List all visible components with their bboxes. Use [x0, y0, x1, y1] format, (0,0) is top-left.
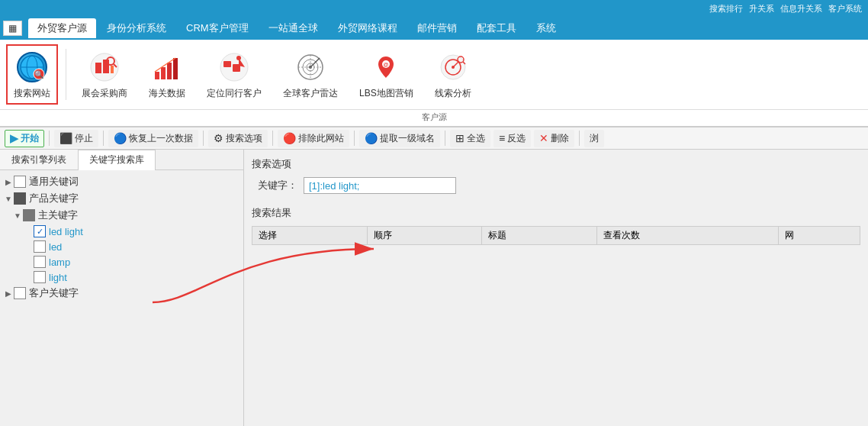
svg-rect-7 [103, 60, 109, 73]
ribbon-search-website-label: 搜索网站 [14, 87, 50, 100]
keyword-field-row: 关键字： [252, 177, 860, 194]
exclude-button[interactable]: 🔴 排除此网站 [278, 130, 349, 147]
exclude-label: 排除此网站 [298, 132, 344, 145]
toolbar-div-4 [272, 131, 273, 146]
tree-item-general[interactable]: ▶ 通用关键词 [0, 173, 243, 190]
top-bar-link-1[interactable]: 搜索排行 [709, 3, 743, 15]
ribbon-search-website[interactable]: 🔍 搜索网站 [6, 44, 58, 105]
results-table: 选择 顺序 标题 查看次数 网 [252, 226, 860, 245]
tab-system[interactable]: 系统 [527, 18, 565, 38]
toolbar: ▶ 开始 ⬛ 停止 🔵 恢复上一次数据 ⚙ 搜索选项 🔴 排除此网站 🔵 提取一… [0, 127, 868, 150]
tab-crm[interactable]: CRM客户管理 [177, 18, 258, 38]
tree-checkbox-customer[interactable] [14, 287, 26, 299]
top-bar-link-2[interactable]: 升关系 [749, 3, 774, 15]
svg-rect-12 [161, 67, 166, 79]
analysis-icon [435, 49, 471, 86]
inverse-button[interactable]: ≡ 反选 [493, 130, 531, 147]
ribbon-analysis[interactable]: 线索分析 [427, 44, 479, 105]
col-order: 顺序 [367, 227, 482, 245]
top-bar-link-3[interactable]: 信息升关系 [780, 3, 822, 15]
tree-arrow-main: ▼ [12, 211, 23, 220]
ribbon-exhibition[interactable]: 展会采购商 [74, 44, 135, 105]
tab-tools[interactable]: 配套工具 [468, 18, 526, 38]
search-options-label: 搜索选项 [226, 132, 262, 145]
search-results-section: 搜索结果 选择 顺序 标题 查看次数 网 [252, 206, 860, 245]
tree-item-main[interactable]: ▼ 主关键字 [0, 207, 243, 224]
col-select: 选择 [252, 227, 368, 245]
extract-button[interactable]: 🔵 提取一级域名 [359, 130, 440, 147]
col-net: 网 [779, 227, 860, 245]
tree-checkbox-lamp[interactable] [34, 256, 46, 268]
tree-label-lamp: lamp [49, 257, 70, 268]
tree-label-customer: 客户关键字 [29, 286, 79, 300]
tree-item-product[interactable]: ▼ 产品关键字 [0, 190, 243, 207]
col-title: 标题 [482, 227, 597, 245]
svg-point-19 [236, 56, 241, 60]
tree-item-led-light[interactable]: ✓ led light [0, 224, 243, 239]
restore-button[interactable]: 🔵 恢复上一次数据 [108, 130, 198, 147]
stop-icon: ⬛ [59, 132, 72, 144]
toolbar-div-5 [354, 131, 355, 146]
customs-icon [149, 49, 185, 86]
tree-checkbox-light[interactable] [34, 271, 46, 283]
grid-button[interactable]: ▦ [3, 21, 22, 36]
select-all-button[interactable]: ⊞ 全选 [450, 130, 490, 147]
tree-item-customer[interactable]: ▶ 客户关键字 [0, 285, 243, 302]
inverse-label: 反选 [507, 132, 526, 145]
delete-icon: ✕ [539, 132, 548, 144]
keyword-field-label: 关键字： [252, 179, 297, 192]
ribbon-locate[interactable]: 定位同行客户 [199, 44, 269, 105]
ribbon-locate-label: 定位同行客户 [207, 87, 262, 100]
ribbon-radar[interactable]: 全球客户雷达 [275, 44, 346, 105]
svg-rect-11 [155, 72, 159, 79]
tab-course[interactable]: 外贸网络课程 [329, 18, 407, 38]
ribbon-group-label: 客户源 [0, 109, 868, 126]
ribbon-lbs[interactable]: @ LBS地图营销 [352, 44, 421, 105]
search-options-section: 搜索选项 关键字： [252, 157, 860, 194]
tab-waomao[interactable]: 外贸客户源 [28, 18, 96, 38]
tab-search-engine[interactable]: 搜索引擎列表 [0, 150, 78, 169]
more-label: 浏 [590, 132, 599, 145]
extract-label: 提取一级域名 [380, 132, 435, 145]
svg-rect-13 [167, 63, 172, 79]
tab-global[interactable]: 一站通全球 [259, 18, 327, 38]
tree-checkbox-product[interactable] [14, 192, 26, 205]
tree-label-light: light [49, 272, 67, 283]
lbs-icon: @ [368, 49, 404, 86]
ribbon-customs-label: 海关数据 [149, 87, 185, 100]
ribbon-icons-container: 🔍 搜索网站 展会采购商 [0, 40, 868, 109]
tree-item-lamp[interactable]: lamp [0, 254, 243, 269]
keyword-field-input[interactable] [304, 177, 456, 194]
tree-item-light[interactable]: light [0, 269, 243, 285]
tab-identity[interactable]: 身份分析系统 [98, 18, 175, 38]
top-bar-link-4[interactable]: 客户系统 [828, 3, 862, 15]
tree-checkbox-general[interactable] [14, 176, 26, 188]
delete-button[interactable]: ✕ 删除 [534, 130, 574, 147]
left-panel: 搜索引擎列表 关键字搜索库 ▶ 通用关键词 ▼ 产品关键字 ▼ 主关键字 [0, 150, 244, 426]
search-results-title: 搜索结果 [252, 206, 860, 220]
tree-label-led-light: led light [49, 226, 83, 237]
ribbon-exhibition-label: 展会采购商 [82, 87, 127, 100]
tree-arrow-customer: ▶ [3, 289, 14, 298]
stop-button[interactable]: ⬛ 停止 [54, 130, 98, 147]
start-label: 开始 [21, 132, 39, 145]
tree-item-led[interactable]: led [0, 239, 243, 254]
tree-arrow-product: ▼ [3, 195, 14, 203]
svg-rect-17 [223, 61, 231, 67]
tree-label-main: 主关键字 [38, 208, 78, 222]
select-all-label: 全选 [467, 132, 485, 145]
tree-label-product: 产品关键字 [29, 192, 79, 205]
tree-checkbox-main[interactable] [23, 209, 35, 221]
search-options-button[interactable]: ⚙ 搜索选项 [208, 130, 268, 147]
more-button[interactable]: 浏 [584, 130, 604, 147]
ribbon-radar-label: 全球客户雷达 [283, 87, 338, 100]
ribbon-customs[interactable]: 海关数据 [141, 44, 193, 105]
tree-checkbox-led[interactable] [34, 240, 46, 253]
exhibition-icon [86, 49, 123, 86]
tree-checkbox-led-light[interactable]: ✓ [34, 225, 46, 237]
tab-mail[interactable]: 邮件营销 [408, 18, 466, 38]
tab-keyword-library[interactable]: 关键字搜索库 [78, 150, 156, 170]
toolbar-div-1 [49, 131, 50, 146]
inverse-icon: ≡ [499, 132, 505, 144]
start-button[interactable]: ▶ 开始 [5, 130, 44, 147]
